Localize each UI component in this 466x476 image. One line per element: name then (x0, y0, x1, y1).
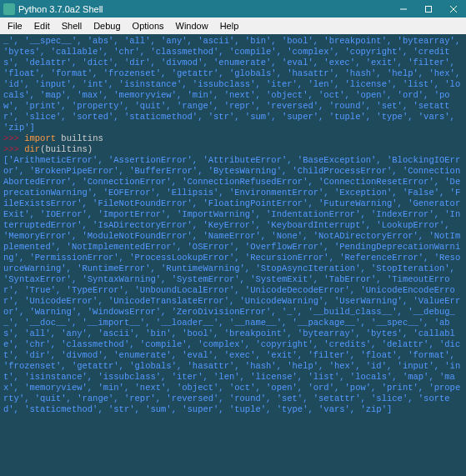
maximize-button[interactable] (416, 0, 441, 18)
menu-edit[interactable]: Edit (28, 19, 56, 33)
window-title: Python 3.7.0a2 Shell (18, 4, 391, 14)
menu-window[interactable]: Window (170, 19, 214, 33)
menu-debug[interactable]: Debug (88, 19, 126, 33)
window-controls (391, 0, 466, 18)
menu-help[interactable]: Help (214, 19, 245, 33)
keyword-import: import (24, 133, 61, 143)
menubar: File Edit Shell Debug Options Window Hel… (0, 18, 466, 34)
menu-shell[interactable]: Shell (56, 19, 88, 33)
arg-builtins: builtins (45, 144, 87, 154)
paren-close: ) (88, 144, 93, 154)
menu-file[interactable]: File (2, 19, 28, 33)
previous-output: _', '__spec__', 'abs', 'all', 'any', 'as… (3, 36, 466, 133)
prompt: >>> (3, 144, 24, 154)
prompt: >>> (3, 133, 24, 143)
shell-editor[interactable]: _', '__spec__', 'abs', 'all', 'any', 'as… (0, 34, 466, 476)
close-button[interactable] (441, 0, 466, 18)
titlebar[interactable]: Python 3.7.0a2 Shell (0, 0, 466, 18)
dir-output: ['ArithmeticError', 'AssertionError', 'A… (3, 155, 460, 414)
python-icon (3, 3, 15, 15)
minimize-button[interactable] (391, 0, 416, 18)
menu-options[interactable]: Options (127, 19, 170, 33)
module-name: builtins (61, 133, 103, 143)
builtin-dir: dir (24, 144, 40, 154)
svg-rect-1 (426, 6, 432, 12)
